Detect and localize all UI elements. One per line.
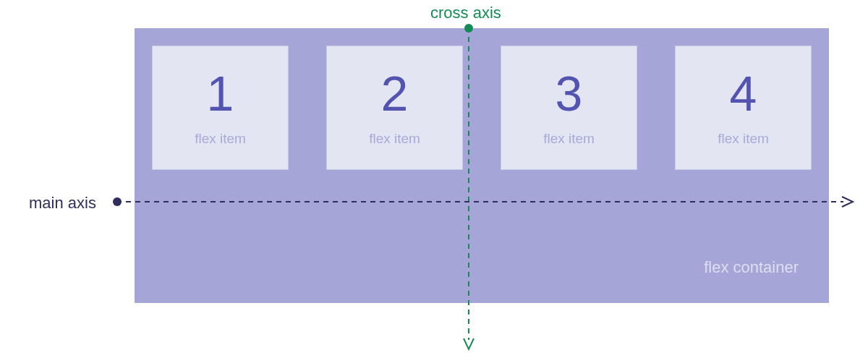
flex-item-number: 4 [730,69,757,118]
cross-axis-line [468,27,469,351]
flex-item-1: 1 flex item [152,46,289,170]
main-axis-label: main axis [29,194,96,213]
flex-item-number: 1 [207,69,234,118]
flex-item-3: 3 flex item [501,46,637,170]
flex-item-label: flex item [369,131,420,147]
flex-item-label: flex item [195,131,246,147]
flex-container: 1 flex item 2 flex item 3 flex item 4 fl… [135,28,829,303]
flex-container-label: flex container [704,258,799,277]
flex-item-4: 4 flex item [675,46,812,170]
flex-item-number: 2 [381,69,409,118]
flex-item-label: flex item [718,131,769,147]
flex-item-label: flex item [543,131,595,147]
flexbox-diagram: 1 flex item 2 flex item 3 flex item 4 fl… [0,0,868,363]
main-axis-line [116,201,854,202]
flex-items-row: 1 flex item 2 flex item 3 flex item 4 fl… [135,28,829,170]
flex-item-number: 3 [556,69,583,118]
cross-axis-label: cross axis [430,4,501,22]
flex-item-2: 2 flex item [326,46,463,170]
